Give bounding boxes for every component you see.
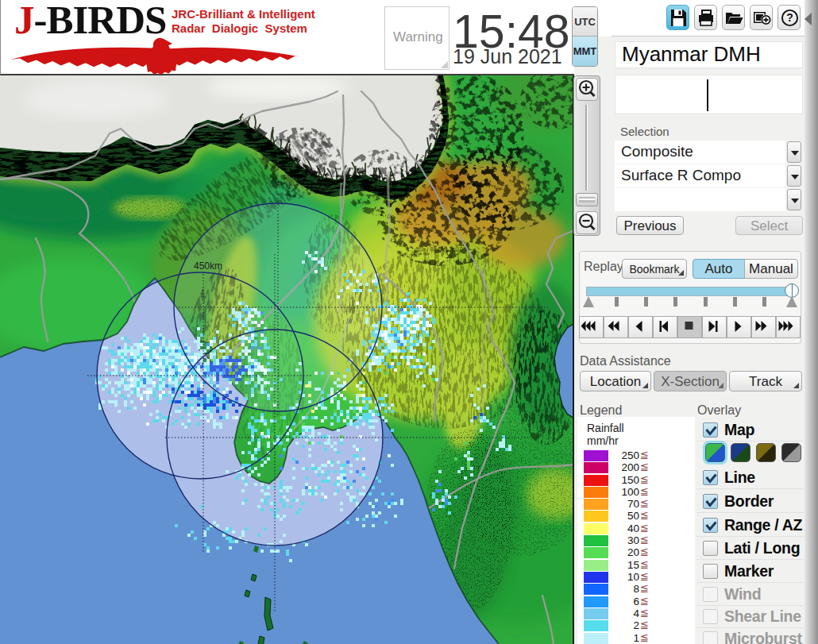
svg-text:?: ? (786, 11, 793, 24)
svg-text:450km: 450km (194, 260, 222, 272)
